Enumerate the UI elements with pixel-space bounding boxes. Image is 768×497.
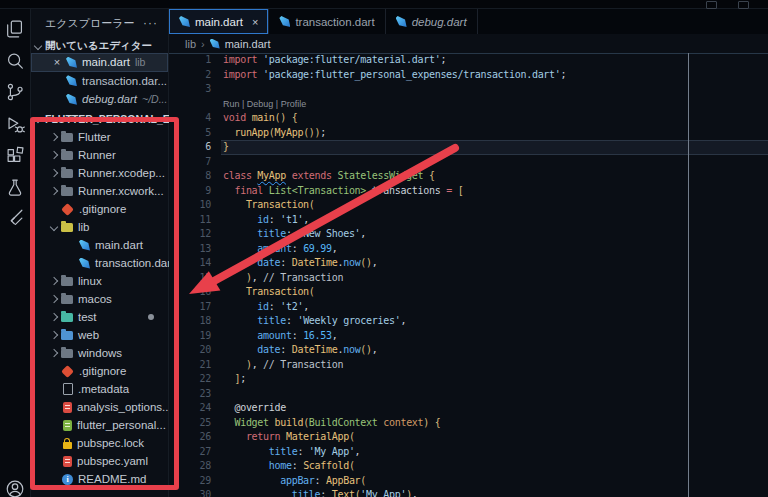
tree-item-analysis-options-[interactable]: analysis_options... [31,398,168,416]
editor-action-icon[interactable] [738,1,749,9]
tree-item-test[interactable]: test [31,308,168,326]
open-editors-section-header[interactable]: 開いているエディター [31,38,168,53]
code-text: @override [223,401,286,416]
tree-item-flutter-personal-[interactable]: flutter_personal... [31,416,168,434]
chevron-down-icon [31,116,45,122]
folder-icon [61,169,73,178]
open-editor-transaction-dart[interactable]: transaction.dar... [31,72,168,91]
tree-item-Runner-xcwork-[interactable]: Runner.xcwork... [31,182,168,200]
line-number: 2 [169,68,223,83]
tab-transaction-dart[interactable]: transaction.dart [269,9,385,34]
run-debug-icon[interactable] [4,114,26,136]
tab-main-dart[interactable]: main.dart × [169,9,269,34]
line-number: 14 [169,256,223,271]
line-number: 16 [169,285,223,300]
code-line-9: 9 final List<Transaction> transactions =… [169,184,768,199]
tree-item-transaction-dart[interactable]: transaction.dart [31,254,168,272]
yaml-icon [63,456,72,467]
tree-item-label: windows [78,347,122,359]
code-text: Widget build(BuildContext context) { [223,416,441,431]
code-line-1: 1import 'package:flutter/material.dart'; [169,53,768,68]
code-text: title: Text('My App'), [223,488,418,497]
explorer-icon[interactable] [4,18,26,40]
tree-item-windows[interactable]: windows [31,344,168,362]
extensions-icon[interactable] [4,145,26,167]
open-editor-main-dart[interactable]: × main.dart lib [31,53,168,72]
open-editor-debug-dart[interactable]: debug.dart ~/D... [31,90,168,109]
chevron-right-icon [47,170,61,176]
code-line-24: 24 @override [169,401,768,416]
code-line-15: 15 ), // Transaction [169,271,768,286]
code-line-10: 10 Transaction( [169,198,768,213]
tree-item-web[interactable]: web [31,326,168,344]
tree-item-linux[interactable]: linux [31,272,168,290]
dart-file-icon [396,16,407,27]
test-beaker-icon[interactable] [4,177,26,199]
tree-item-Runner-xcodep-[interactable]: Runner.xcodep... [31,164,168,182]
code-line-23: 23 [169,387,768,402]
tree-item-label: pubspec.yaml [77,455,148,467]
line-number: 30 [169,488,223,497]
code-line-4: 4void main() { [169,111,768,126]
tree-item-README-md[interactable]: README.md [31,470,168,488]
tree-item-macos[interactable]: macos [31,290,168,308]
tree-item-lib[interactable]: lib [31,218,168,236]
editor-group: main.dart × transaction.dart debug.dart … [169,9,768,497]
folder-web-icon [61,331,73,340]
line-number: 28 [169,459,223,474]
dart-file-icon [279,16,290,27]
breadcrumb-folder[interactable]: lib [185,38,196,50]
line-number: 4 [169,111,223,126]
tree-item-label: main.dart [95,239,143,251]
code-area[interactable]: 1import 'package:flutter/material.dart';… [169,53,768,497]
code-text: return MaterialApp( [223,430,355,445]
tree-item-Runner[interactable]: Runner [31,146,168,164]
tree-item-main-dart[interactable]: main.dart [31,236,168,254]
breadcrumb-file[interactable]: main.dart [225,38,271,50]
tree-item--gitignore[interactable]: .gitignore [31,200,168,218]
flutter-icon[interactable] [4,207,26,229]
tree-item-Flutter[interactable]: Flutter [31,128,168,146]
code-line-14: 14 date: DateTime.now(), [169,256,768,271]
close-icon[interactable]: × [252,16,258,28]
search-icon[interactable] [4,50,26,72]
line-number: 24 [169,401,223,416]
tree-item--metadata[interactable]: .metadata [31,380,168,398]
line-number: 20 [169,343,223,358]
tab-debug-dart[interactable]: debug.dart [386,9,478,34]
tree-item-label: linux [78,275,102,287]
more-actions-icon[interactable]: ··· [143,16,158,30]
explorer-header: エクスプローラー ··· [31,14,168,32]
breadcrumb: lib › main.dart [169,34,768,54]
tree-item-label: web [78,329,99,341]
line-number: 8 [169,169,223,184]
code-line-26: 26 return MaterialApp( [169,430,768,445]
tree-item-pubspec-yaml[interactable]: pubspec.yaml [31,452,168,470]
code-line-28: 28 home: Scaffold( [169,459,768,474]
tree-item-label: README.md [78,473,146,485]
file-tree: FlutterRunnerRunner.xcodep...Runner.xcwo… [31,128,168,488]
chevron-right-icon [47,332,61,338]
tree-item-label: pubspec.lock [77,437,144,449]
code-text: class MyApp extends StatelessWidget { [223,169,435,184]
code-line-6: 6} [169,140,768,155]
source-control-icon[interactable] [4,81,26,103]
code-lens-links[interactable]: Run | Debug | Profile [169,97,306,112]
chevron-right-icon [47,134,61,140]
code-line-12: 12 title: 'New Shoes', [169,227,768,242]
titlebar [0,0,768,9]
code-text: } [223,140,229,155]
folder-icon [61,277,73,286]
account-icon[interactable] [4,478,26,497]
tree-item-pubspec-lock[interactable]: pubspec.lock [31,434,168,452]
tree-item--gitignore[interactable]: .gitignore [31,362,168,380]
code-text: runApp(MyApp()); [223,126,326,141]
code-text: ), // Transaction [223,271,343,286]
editor-action-icon[interactable] [706,1,717,9]
code-text: title: 'New Shoes', [223,227,366,242]
close-icon[interactable]: × [51,56,63,68]
code-text: id: 't2', [223,300,309,315]
line-number: 9 [169,184,223,199]
code-text: home: Scaffold( [223,459,355,474]
project-section-header[interactable]: FLUTTER_PERSONAL_E... [31,110,168,127]
